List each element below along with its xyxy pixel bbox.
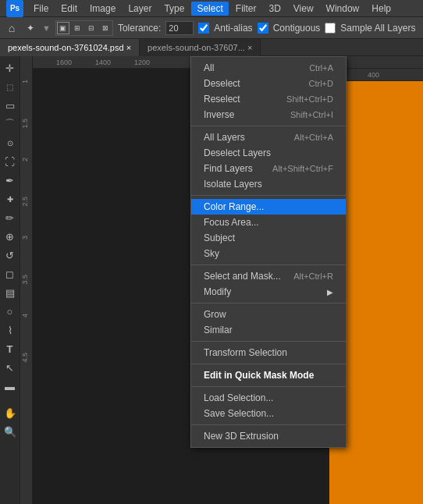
new-selection-btn[interactable]: ▣ xyxy=(57,22,69,34)
dropdown-section-9: New 3D Extrusion xyxy=(191,428,346,445)
divider-6 xyxy=(191,364,346,364)
options-bar: ⌂ ✦ ▼ ▣ ⊞ ⊟ ⊠ Tolerance: Anti-alias Cont… xyxy=(0,17,423,39)
menu-similar[interactable]: Similar xyxy=(191,322,346,338)
menu-save-selection[interactable]: Save Selection... xyxy=(191,406,346,421)
menu-focus-area[interactable]: Focus Area... xyxy=(191,215,346,230)
menu-find-layers[interactable]: Find Layers Alt+Shift+Ctrl+F xyxy=(191,161,346,176)
hand-tool[interactable]: ✋ xyxy=(2,404,19,421)
toolbar: ✛ ⬚ ▭ ⌒ ⊙ ⛶ ✒ ✚ ✏ ⊕ ↺ ◻ ▤ ○ ⌇ T ↖ ▬ ✋ 🔍 xyxy=(0,56,20,504)
dropdown-section-4: Select and Mask... Alt+Ctrl+R Modify ▶ xyxy=(191,268,346,300)
subtract-selection-btn[interactable]: ⊟ xyxy=(85,22,98,34)
main-area: ✛ ⬚ ▭ ⌒ ⊙ ⛶ ✒ ✚ ✏ ⊕ ↺ ◻ ▤ ○ ⌇ T ↖ ▬ ✋ 🔍 … xyxy=(0,56,423,504)
menu-subject[interactable]: Subject xyxy=(191,230,346,246)
menu-color-range[interactable]: Color Range... xyxy=(191,199,346,215)
menu-inverse[interactable]: Inverse Shift+Ctrl+I xyxy=(191,107,346,122)
dropdown-section-3: Color Range... Focus Area... Subject Sky xyxy=(191,198,346,262)
menu-all-layers[interactable]: All Layers Alt+Ctrl+A xyxy=(191,130,346,145)
menu-view[interactable]: View xyxy=(288,2,319,16)
sample-all-layers-label: Sample All Layers xyxy=(340,23,415,34)
anti-alias-label: Anti-alias xyxy=(214,23,252,34)
clone-tool[interactable]: ⊕ xyxy=(2,228,19,245)
brush-tool[interactable]: ✏ xyxy=(2,209,19,226)
history-brush-tool[interactable]: ↺ xyxy=(2,247,19,264)
menu-new-3d-extrusion[interactable]: New 3D Extrusion xyxy=(191,428,346,444)
dropdown-section-5: Grow Similar xyxy=(191,306,346,339)
menu-filter[interactable]: Filter xyxy=(230,2,262,16)
lasso-tool[interactable]: ⌒ xyxy=(2,115,19,133)
menu-layer[interactable]: Layer xyxy=(123,2,157,16)
dropdown-section-1: All Ctrl+A Deselect Ctrl+D Reselect Shif… xyxy=(191,59,346,123)
menu-sky[interactable]: Sky xyxy=(191,246,346,261)
menu-isolate-layers[interactable]: Isolate Layers xyxy=(191,176,346,192)
dropdown-section-8: Load Selection... Save Selection... xyxy=(191,389,346,422)
tolerance-input[interactable] xyxy=(165,21,194,35)
tab-file-1[interactable]: pexels-sound-on-3761024.psd × xyxy=(0,39,140,56)
menu-type[interactable]: Type xyxy=(158,2,190,16)
dropdown-section-6: Transform Selection xyxy=(191,344,346,361)
menu-transform-selection[interactable]: Transform Selection xyxy=(191,345,346,360)
dropdown-section-2: All Layers Alt+Ctrl+A Deselect Layers Fi… xyxy=(191,129,346,193)
ruler-left: 1 1.5 2 2.5 3 3.5 4 4.5 xyxy=(20,56,33,504)
menu-help[interactable]: Help xyxy=(366,2,396,16)
menu-deselect[interactable]: Deselect Ctrl+D xyxy=(191,76,346,91)
menu-edit-quick-mask[interactable]: Edit in Quick Mask Mode xyxy=(191,367,346,383)
add-selection-btn[interactable]: ⊞ xyxy=(71,22,84,34)
dodge-tool[interactable]: ○ xyxy=(2,303,19,320)
menu-deselect-layers[interactable]: Deselect Layers xyxy=(191,145,346,161)
contiguous-checkbox[interactable] xyxy=(258,23,268,34)
sample-all-layers-checkbox[interactable] xyxy=(325,23,336,34)
divider-3 xyxy=(191,264,346,265)
tab-file-2[interactable]: pexels-sound-on-37607... × xyxy=(140,39,261,56)
pen-tool[interactable]: ⌇ xyxy=(2,321,19,339)
menu-window[interactable]: Window xyxy=(321,2,365,16)
menu-3d[interactable]: 3D xyxy=(263,2,286,16)
menu-bar: Ps File Edit Image Layer Type Select Fil… xyxy=(0,0,423,17)
menu-load-selection[interactable]: Load Selection... xyxy=(191,390,346,406)
tolerance-label: Tolerance: xyxy=(118,23,161,34)
menu-all[interactable]: All Ctrl+A xyxy=(191,60,346,76)
quick-select-tool[interactable]: ⊙ xyxy=(2,134,19,151)
menu-reselect[interactable]: Reselect Shift+Ctrl+D xyxy=(191,91,346,107)
menu-select-and-mask[interactable]: Select and Mask... Alt+Ctrl+R xyxy=(191,268,346,284)
menu-grow[interactable]: Grow xyxy=(191,307,346,322)
anti-alias-checkbox[interactable] xyxy=(198,23,209,34)
select-dropdown-menu: All Ctrl+A Deselect Ctrl+D Reselect Shif… xyxy=(190,56,347,448)
menu-file[interactable]: File xyxy=(28,2,54,16)
contiguous-label: Contiguous xyxy=(273,23,321,34)
divider-2 xyxy=(191,195,346,196)
gradient-tool[interactable]: ▤ xyxy=(2,284,19,301)
tab-bar: pexels-sound-on-3761024.psd × pexels-sou… xyxy=(0,39,423,56)
magic-wand-icon[interactable]: ✦ xyxy=(23,21,37,35)
home-icon[interactable]: ⌂ xyxy=(5,21,19,35)
dropdown-section-7: Edit in Quick Mask Mode xyxy=(191,367,346,384)
divider-7 xyxy=(191,386,346,387)
path-selection-tool[interactable]: ↖ xyxy=(2,359,19,376)
divider-5 xyxy=(191,341,346,342)
menu-modify[interactable]: Modify ▶ xyxy=(191,284,346,300)
menu-image[interactable]: Image xyxy=(84,2,121,16)
eyedropper-tool[interactable]: ✒ xyxy=(2,172,19,189)
divider-8 xyxy=(191,424,346,425)
divider-1 xyxy=(191,126,346,126)
text-tool[interactable]: T xyxy=(2,340,19,357)
crop-tool[interactable]: ⛶ xyxy=(2,153,19,170)
menu-edit[interactable]: Edit xyxy=(55,2,83,16)
divider-4 xyxy=(191,303,346,303)
marquee-tool[interactable]: ▭ xyxy=(2,97,19,114)
menu-select[interactable]: Select xyxy=(191,2,228,16)
eraser-tool[interactable]: ◻ xyxy=(2,265,19,282)
move-tool[interactable]: ✛ xyxy=(2,59,19,76)
canvas-area: 1 1.5 2 2.5 3 3.5 4 4.5 1600 1400 1200 2… xyxy=(20,56,423,504)
healing-tool[interactable]: ✚ xyxy=(2,190,19,208)
intersect-selection-btn[interactable]: ⊠ xyxy=(99,22,112,34)
shape-tool[interactable]: ▬ xyxy=(2,378,19,395)
artboard-tool[interactable]: ⬚ xyxy=(2,78,19,95)
zoom-tool[interactable]: 🔍 xyxy=(2,423,19,440)
ps-logo: Ps xyxy=(6,0,23,17)
